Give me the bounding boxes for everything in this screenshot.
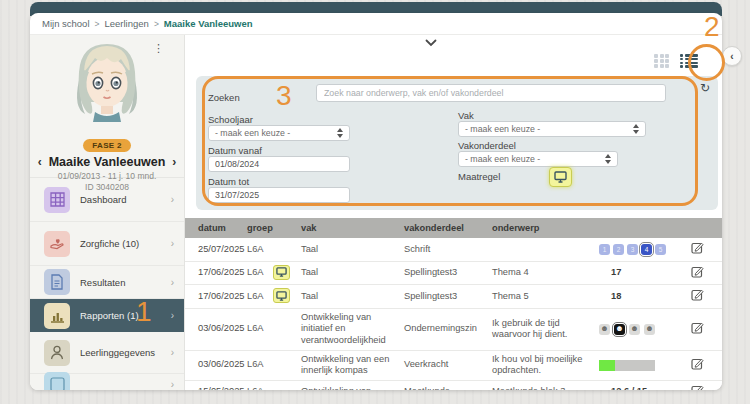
breadcrumb-separator: > [154,19,159,29]
student-profile: ⋮ [30,35,184,178]
chevron-right-icon: › [171,379,174,390]
refresh-icon[interactable]: ↻ [700,82,710,94]
schooljaar-select[interactable]: - maak een keuze - [208,125,350,141]
previous-student-button[interactable]: ‹ [38,156,42,168]
list-view-icon[interactable] [680,53,698,69]
cell-groep: L6A [247,285,273,309]
maatregel-label: Maatregel [458,171,500,182]
edit-button[interactable] [691,321,704,338]
grid-view-icon[interactable] [654,54,670,68]
cell-vak: Ontwikkeling van een innerlijk kompas [301,350,404,380]
sidebar-item-rapporten[interactable]: Rapporten (1)› [30,299,184,332]
cell-edit [691,380,722,390]
kebab-menu-icon[interactable]: ⋮ [153,43,164,54]
cell-vak: Ontwikkeling van initiatief en verantwoo… [301,308,404,350]
chevron-right-icon: › [171,277,174,288]
cell-vak: Taal [301,285,404,309]
edit-button[interactable] [691,241,704,258]
sidebar-menu: Dashboard›Zorgfiche (10)›Resultaten›Rapp… [30,178,184,390]
monitor-icon[interactable] [549,167,572,187]
cell-edit [691,238,722,261]
chevron-down-icon[interactable] [425,33,437,51]
cell-groep: L6A [247,261,273,285]
sidebar-item-label: Zorgfiche (10) [80,238,161,249]
cell-vakonderdeel: Spellingtest3 [404,285,492,309]
chevron-right-icon: › [171,310,174,321]
vak-label: Vak [458,110,474,121]
person-icon [44,340,70,366]
document-icon [44,269,70,295]
breadcrumb-item[interactable]: Leerlingen [105,18,149,29]
cell-vakonderdeel: Meetkunde [404,380,492,390]
datum-tot-label: Datum tot [208,176,249,187]
student-sidebar: ⋮ [30,35,185,390]
student-id: ID 3040208 [30,182,184,193]
datum-tot-input[interactable] [208,187,350,203]
collapse-panel-button[interactable]: ‹ [722,46,742,66]
edit-button[interactable] [691,357,704,374]
edit-button[interactable] [691,265,704,282]
cell-edit [691,261,722,285]
sidebar-item-resultaten[interactable]: Resultaten› [30,266,184,299]
cell-digital [273,380,301,390]
content-area: Zoeken ↻ Schooljaar - maak een keuze - D… [185,35,722,390]
cell-onderwerp: Ik hou vol bij moeilijke opdrachten. [492,350,599,380]
cell-digital [273,350,301,380]
cell-score: ☻☻☻☻ [599,308,691,350]
monitor-icon [273,288,290,303]
fase-badge: FASE 2 [83,139,130,152]
cell-digital [273,308,301,350]
cell-groep: L6A [247,238,273,261]
sidebar-item-label: Resultaten [80,277,161,288]
care-hand-heart-icon [44,231,70,257]
sidebar-item-leerlinggegevens[interactable]: Leerlinggegevens› [30,332,184,374]
cell-vak: Taal [301,261,404,285]
cell-vakonderdeel: Veerkracht [404,350,492,380]
cell-vak: Ontwikkeling van [301,380,404,390]
cell-score: 12,6 / 15 [599,380,691,390]
cell-onderwerp: Ik gebruik de tijd waarvoor hij dient. [492,308,599,350]
sidebar-item-label: Dashboard [80,194,161,205]
edit-button[interactable] [691,288,704,305]
cell-groep: L6A [247,308,273,350]
sidebar-item-partial[interactable]: › [30,374,184,390]
breadcrumb: Mijn school>Leerlingen>Maaike Vanleeuwen [30,13,722,35]
partial-item-icon [44,372,70,391]
vakonderdeel-select[interactable]: - maak een keuze - [458,151,618,167]
sidebar-item-zorgfiche[interactable]: Zorgfiche (10)› [30,222,184,266]
table-row: 03/06/2025L6AOntwikkeling van een innerl… [185,350,722,380]
stepper-icon [605,154,611,164]
cell-vakonderdeel: Spellingtest3 [404,261,492,285]
zoeken-label: Zoeken [208,92,240,103]
cell-onderwerp: Thema 4 [492,261,599,285]
cell-score: 12345 [599,238,691,261]
cell-score: 17 [599,261,691,285]
cell-vakonderdeel: Ondernemingszin [404,308,492,350]
breadcrumb-item[interactable]: Maaike Vanleeuwen [164,18,253,29]
stepper-icon [633,124,639,134]
scale-rating-widget[interactable]: 12345 [599,244,666,255]
table-row: 17/06/2025L6ATaalSpellingtest3Thema 417 [185,261,722,285]
cell-vak: Taal [301,238,404,261]
cell-digital [273,238,301,261]
cell-datum: 03/06/2025 [185,350,247,380]
breadcrumb-item[interactable]: Mijn school [42,18,90,29]
cell-digital [273,261,301,285]
score-value: 17 [599,267,621,277]
next-student-button[interactable]: › [172,156,176,168]
vak-select[interactable]: - maak een keuze - [458,121,646,137]
cell-score: 18 [599,285,691,309]
edit-button[interactable] [691,384,704,390]
table-row: 03/06/2025L6AOntwikkeling van initiatief… [185,308,722,350]
filter-panel: Zoeken ↻ Schooljaar - maak een keuze - D… [196,76,718,210]
chevron-right-icon: › [171,238,174,249]
column-header-vakonderdeel: vakonderdeel [404,218,492,238]
student-name: Maaike Vanleeuwen [49,155,166,169]
cell-edit [691,285,722,309]
cell-onderwerp: Meetkunde blok 3 [492,380,599,390]
column-header-groep: groep [247,218,273,238]
faces-rating-widget[interactable]: ☻☻☻☻ [599,324,655,335]
chevron-right-icon: › [171,194,174,205]
search-input[interactable] [316,84,666,102]
datum-vanaf-input[interactable] [208,156,350,172]
